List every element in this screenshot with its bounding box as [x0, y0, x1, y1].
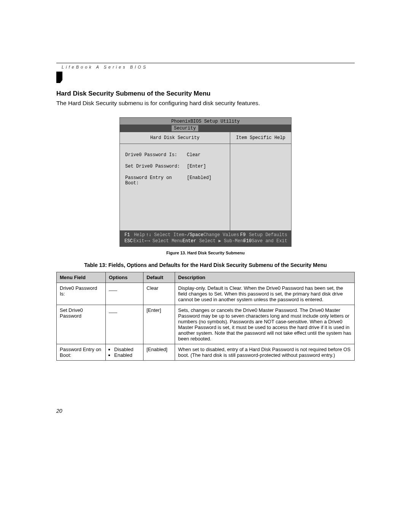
- th-default: Default: [143, 272, 175, 283]
- cell-description: When set to disabled, entry of a Hard Di…: [175, 344, 355, 361]
- th-description: Description: [175, 272, 355, 283]
- cell-description: Display-only. Default is Clear. When the…: [175, 283, 355, 305]
- bios-row-value: [Enabled]: [187, 175, 212, 186]
- table-header-row: Menu Field Options Default Description: [57, 272, 355, 283]
- table-row: Drive0 Password Is:___ClearDisplay-only.…: [57, 283, 355, 305]
- bios-row: Set Drive0 Password: [Enter]: [125, 164, 225, 169]
- cell-menu-field: Password Entry on Boot:: [57, 344, 106, 361]
- table-title: Table 13: Fields, Options and Defaults f…: [56, 262, 355, 268]
- cell-default: Clear: [143, 283, 175, 305]
- intro-paragraph: The Hard Disk Security submenu is for co…: [56, 100, 355, 107]
- th-options: Options: [106, 272, 143, 283]
- cell-menu-field: Set Drive0 Password: [57, 305, 106, 344]
- bios-left-panel: Hard Disk Security Drive0 Password Is: C…: [120, 132, 230, 230]
- bios-right-panel: Item Specific Help: [230, 132, 291, 230]
- bios-row-value: Clear: [187, 152, 201, 158]
- option-item: Enabled: [114, 352, 140, 358]
- section-title: Hard Disk Security Submenu of the Securi…: [56, 90, 355, 97]
- bios-screenshot: PhoenixBIOS Setup Utility Security Hard …: [119, 117, 292, 247]
- bios-row: Drive0 Password Is: Clear: [125, 152, 225, 158]
- cell-options: ___: [106, 305, 143, 344]
- bios-row-label: Set Drive0 Password:: [125, 164, 187, 169]
- running-head: LifeBook A Series BIOS: [56, 63, 355, 69]
- table-row: Password Entry on Boot:DisabledEnabled[E…: [57, 344, 355, 361]
- cell-options: DisabledEnabled: [106, 344, 143, 361]
- bios-tab-bar: Security: [120, 125, 291, 132]
- bios-left-header: Hard Disk Security: [120, 132, 230, 144]
- bios-tab-security: Security: [172, 125, 198, 131]
- bios-right-header: Item Specific Help: [230, 132, 291, 144]
- bios-row: Password Entry on Boot: [Enabled]: [125, 175, 225, 186]
- cell-description: Sets, changes or cancels the Drive0 Mast…: [175, 305, 355, 344]
- th-menu: Menu Field: [57, 272, 106, 283]
- cell-options: ___: [106, 283, 143, 305]
- tab-decorator-icon: [56, 72, 62, 83]
- fields-table: Menu Field Options Default Description D…: [56, 272, 355, 361]
- bios-row-label: Drive0 Password Is:: [125, 152, 187, 158]
- cell-menu-field: Drive0 Password Is:: [57, 283, 106, 305]
- bios-row-label: Password Entry on Boot:: [125, 175, 187, 186]
- option-item: Disabled: [114, 347, 140, 352]
- bios-footer: F1Help↑↓Select Item-/SpaceChange ValuesF…: [120, 230, 291, 246]
- bios-utility-title: PhoenixBIOS Setup Utility: [120, 118, 291, 125]
- cell-default: [Enter]: [143, 305, 175, 344]
- bios-row-value: [Enter]: [187, 164, 206, 169]
- table-row: Set Drive0 Password___[Enter]Sets, chang…: [57, 305, 355, 344]
- cell-default: [Enabled]: [143, 344, 175, 361]
- page-number: 20: [56, 408, 62, 414]
- figure-caption: Figure 13. Hard Disk Security Submenu: [56, 251, 355, 255]
